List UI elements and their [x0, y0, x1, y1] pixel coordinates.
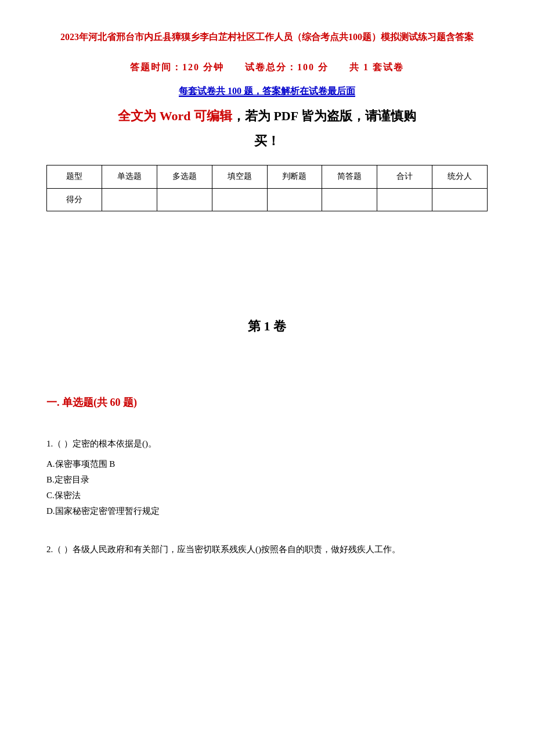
- question-2-text: 2.（ ）各级人民政府和有关部门，应当密切联系残疾人()按照各自的职责，做好残疾…: [46, 542, 488, 557]
- section-title: 一. 单选题(共 60 题): [46, 394, 488, 411]
- option-1-b: B.定密目录: [46, 472, 488, 488]
- question-1-options: A.保密事项范围 B B.定密目录 C.保密法 D.国家秘密定密管理暂行规定: [46, 456, 488, 519]
- option-1-c: C.保密法: [46, 488, 488, 503]
- buy-warning: 买！: [46, 131, 488, 151]
- spacer-2: [46, 365, 488, 388]
- table-header-row: 题型 单选题 多选题 填空题 判断题 简答题 合计 统分人: [47, 165, 488, 188]
- table-score-scorer: [432, 188, 488, 211]
- spacer-4: [46, 531, 488, 542]
- score-table: 题型 单选题 多选题 填空题 判断题 简答题 合计 统分人 得分: [46, 165, 488, 211]
- meta-info: 答题时间：120 分钟 试卷总分：100 分 共 1 套试卷: [46, 60, 488, 75]
- question-1: 1.（ ）定密的根本依据是()。 A.保密事项范围 B B.定密目录 C.保密法…: [46, 437, 488, 519]
- table-header-short: 简答题: [322, 165, 377, 188]
- spacer-1: [46, 235, 488, 281]
- question-1-text: 1.（ ）定密的根本依据是()。: [46, 437, 488, 452]
- main-title: 2023年河北省邢台市内丘县獐獏乡李白芷村社区工作人员（综合考点共100题）模拟…: [46, 29, 488, 46]
- spacer-3: [46, 425, 488, 437]
- table-score-multi: [157, 188, 212, 211]
- option-1-d: D.国家秘密定密管理暂行规定: [46, 503, 488, 519]
- red-warning-text: 全文为 Word 可编辑: [118, 109, 232, 123]
- table-score-short: [322, 188, 377, 211]
- table-header-multi: 多选题: [157, 165, 212, 188]
- table-header-scorer: 统分人: [432, 165, 488, 188]
- table-header-fill: 填空题: [212, 165, 267, 188]
- table-score-fill: [212, 188, 267, 211]
- table-header-total: 合计: [377, 165, 432, 188]
- table-header-single: 单选题: [102, 165, 157, 188]
- black-warning-text: ，若为 PDF 皆为盗版，请谨慎购: [232, 109, 416, 123]
- question-2: 2.（ ）各级人民政府和有关部门，应当密切联系残疾人()按照各自的职责，做好残疾…: [46, 542, 488, 557]
- table-score-total: [377, 188, 432, 211]
- table-score-label: 得分: [47, 188, 102, 211]
- table-data-row: 得分: [47, 188, 488, 211]
- option-1-a: A.保密事项范围 B: [46, 456, 488, 472]
- page-container: 2023年河北省邢台市内丘县獐獏乡李白芷村社区工作人员（综合考点共100题）模拟…: [46, 29, 488, 557]
- table-score-single: [102, 188, 157, 211]
- volume-title: 第 1 卷: [46, 316, 488, 336]
- table-score-judge: [267, 188, 322, 211]
- highlight-line: 每套试卷共 100 题，答案解析在试卷最后面: [46, 84, 488, 99]
- table-header-judge: 判断题: [267, 165, 322, 188]
- word-editable-warning: 全文为 Word 可编辑，若为 PDF 皆为盗版，请谨慎购: [46, 106, 488, 126]
- table-header-type: 题型: [47, 165, 102, 188]
